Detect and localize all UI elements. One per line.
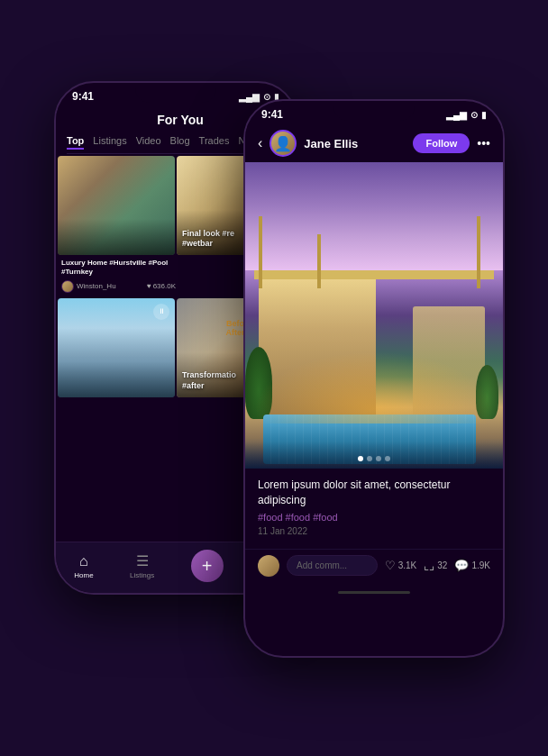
front-notch (333, 101, 415, 121)
likes-count: 3.1K (398, 560, 417, 570)
add-icon: + (202, 556, 213, 577)
image-dots (358, 456, 390, 461)
dot-1 (358, 456, 363, 461)
back-notch (135, 83, 216, 103)
home-icon: ⌂ (79, 553, 88, 569)
pause-icon: ⏸ (153, 304, 169, 320)
tab-blog[interactable]: Blog (170, 133, 190, 150)
front-battery-icon: ▮ (481, 110, 487, 120)
listings-icon: ☰ (136, 552, 149, 569)
front-wifi-icon: ⊙ (470, 110, 478, 120)
comment-placeholder: Add comm... (297, 560, 347, 570)
front-action-bar: Add comm... ♡ 3.1K ⌞⌟ 32 💬 1.9K (245, 549, 503, 586)
post-tags: #food #food #food (258, 512, 490, 523)
back-time: 9:41 (72, 90, 94, 103)
grid-label-4: Transformatio#after (182, 370, 236, 391)
back-button[interactable]: ‹ (258, 135, 262, 151)
home-indicator (338, 591, 410, 594)
user-avatar-1 (61, 280, 74, 293)
front-avatar: 👤 (269, 130, 297, 157)
luxury-text: Luxury Home #Hurstville #Pool #Turnkey (61, 259, 176, 278)
tab-top[interactable]: Top (67, 133, 84, 150)
front-username: Jane Ellis (304, 137, 406, 150)
nav-home[interactable]: ⌂ Home (74, 553, 93, 579)
comments-count: 1.9K (471, 560, 490, 570)
saves-stat[interactable]: ⌞⌟ 32 (424, 559, 447, 572)
signal-icon: ▂▄▆ (239, 92, 260, 102)
post-date: 11 Jan 2022 (258, 526, 490, 536)
grid-image-3: ⏸ (58, 298, 175, 397)
home-indicator-area (245, 586, 503, 599)
tab-listings[interactable]: Listings (93, 133, 126, 150)
front-status-icons: ▂▄▆ ⊙ ▮ (446, 110, 487, 120)
front-content: Lorem ipsum dolor sit amet, consectetur … (245, 469, 503, 549)
post-title: Lorem ipsum dolor sit amet, consectetur … (258, 478, 490, 508)
front-signal-icon: ▂▄▆ (446, 110, 467, 120)
nav-listings-label: Listings (130, 571, 154, 579)
grid-image-1 (58, 156, 175, 255)
heart-count: ♥ 636.0K (147, 282, 176, 290)
user-name-1: Winston_Hu (77, 282, 116, 290)
nav-listings[interactable]: ☰ Listings (130, 552, 154, 579)
front-phone: 9:41 ▂▄▆ ⊙ ▮ ‹ 👤 Jane Ellis Follow ••• (243, 99, 505, 658)
grid-item-1-info: Luxury Home #Hurstville #Pool #Turnkey W… (61, 259, 176, 293)
comment-icon: 💬 (454, 559, 469, 572)
saves-count: 32 (437, 560, 447, 570)
dot-3 (376, 456, 381, 461)
user-row-1: Winston_Hu ♥ 636.0K (61, 280, 176, 293)
heart-icon: ♥ (147, 282, 151, 290)
tab-trades[interactable]: Trades (199, 133, 230, 150)
front-header: ‹ 👤 Jane Ellis Follow ••• (245, 124, 503, 162)
nav-home-label: Home (74, 571, 93, 579)
dot-4 (385, 456, 390, 461)
user-info-1: Winston_Hu (61, 280, 116, 293)
likes-stat[interactable]: ♡ 3.1K (385, 559, 417, 572)
grid-item-1[interactable] (58, 156, 175, 255)
bookmark-icon: ⌞⌟ (424, 559, 434, 572)
dot-2 (367, 456, 372, 461)
front-time: 9:41 (261, 108, 283, 121)
follow-button[interactable]: Follow (413, 133, 470, 153)
nav-add-button[interactable]: + (191, 550, 224, 582)
comments-stat[interactable]: 💬 1.9K (454, 559, 490, 572)
wifi-icon: ⊙ (263, 92, 270, 102)
tab-video[interactable]: Video (136, 133, 161, 150)
building-container (245, 216, 503, 469)
more-icon[interactable]: ••• (477, 136, 490, 150)
comment-input[interactable]: Add comm... (287, 555, 378, 576)
main-image[interactable] (245, 162, 503, 469)
commenter-avatar (258, 555, 279, 577)
grid-label-2: Final look #re#wetbar (182, 229, 234, 250)
heart-action-icon: ♡ (385, 559, 396, 572)
grid-item-3[interactable]: ⏸ (58, 298, 175, 397)
